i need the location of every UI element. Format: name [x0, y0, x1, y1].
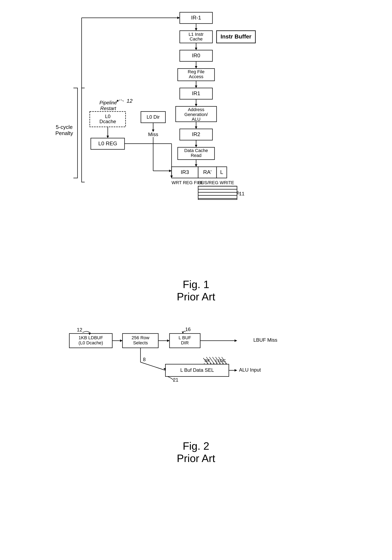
svg-text:256 Row: 256 Row: [131, 335, 149, 340]
svg-text:16: 16: [185, 327, 191, 332]
svg-text:L1 Instr: L1 Instr: [188, 32, 204, 37]
svg-text:11: 11: [239, 191, 245, 196]
figure-1-container: IR-1 L1 Instr Cache Instr Buffer IR0 Reg…: [53, 8, 339, 309]
svg-line-120: [209, 357, 215, 364]
svg-text:Dcache: Dcache: [99, 119, 116, 124]
svg-text:Access: Access: [189, 74, 203, 79]
svg-text:IR2: IR2: [192, 131, 200, 137]
figure-1-diagram: IR-1 L1 Instr Cache Instr Buffer IR0 Reg…: [53, 8, 339, 274]
fig1-title: Fig. 1: [53, 278, 339, 290]
svg-marker-29: [195, 126, 197, 129]
svg-text:L0 REG: L0 REG: [98, 140, 117, 147]
svg-text:1KB LDBUF: 1KB LDBUF: [78, 335, 103, 340]
svg-text:ALU: ALU: [192, 117, 200, 122]
figure-2-container: 1KB LDBUF (L0 Dcache) 12 256 Row Selects…: [53, 321, 339, 464]
svg-text:LBUF Miss: LBUF Miss: [253, 337, 277, 343]
svg-text:L Buf Data SEL: L Buf Data SEL: [180, 367, 214, 373]
svg-text:Restart: Restart: [100, 106, 116, 111]
svg-marker-80: [177, 17, 180, 19]
svg-marker-87: [120, 340, 122, 342]
svg-text:Read: Read: [191, 153, 201, 158]
svg-text:BUS/REG WRITE: BUS/REG WRITE: [198, 180, 234, 185]
svg-text:ALU Input: ALU Input: [239, 367, 261, 373]
svg-text:21: 21: [173, 377, 178, 383]
svg-text:Reg File: Reg File: [188, 69, 205, 74]
svg-marker-14: [195, 66, 197, 69]
svg-marker-33: [195, 145, 197, 147]
svg-marker-10: [195, 48, 197, 50]
svg-text:Cache: Cache: [190, 36, 203, 41]
svg-text:8: 8: [143, 357, 146, 362]
svg-marker-3: [195, 28, 197, 31]
svg-text:Generation/: Generation/: [184, 112, 208, 117]
svg-marker-72: [169, 170, 172, 172]
svg-marker-23: [195, 104, 197, 106]
svg-text:IR0: IR0: [192, 52, 200, 59]
svg-text:Miss: Miss: [148, 131, 158, 137]
page: IR-1 L1 Instr Cache Instr Buffer IR0 Reg…: [0, 0, 392, 560]
svg-marker-62: [107, 136, 109, 138]
svg-marker-19: [195, 86, 197, 88]
svg-text:RA': RA': [203, 169, 211, 175]
svg-text:5-cycle: 5-cycle: [56, 124, 72, 130]
svg-text:IR1: IR1: [192, 90, 200, 96]
svg-text:IR3: IR3: [181, 169, 189, 175]
svg-text:L: L: [220, 169, 223, 175]
svg-text:Pipeline: Pipeline: [99, 100, 117, 105]
svg-rect-52: [198, 186, 237, 200]
svg-text:L BUF: L BUF: [178, 335, 191, 340]
svg-marker-92: [167, 340, 169, 342]
svg-text:Instr Buffer: Instr Buffer: [220, 33, 251, 40]
svg-line-105: [140, 362, 166, 370]
svg-text:DIR: DIR: [181, 340, 189, 345]
svg-text:(L0 Dcache): (L0 Dcache): [78, 340, 103, 345]
svg-text:Data Cache: Data Cache: [184, 148, 208, 153]
fig2-title: Fig. 2: [53, 440, 339, 452]
fig2-subtitle: Prior Art: [53, 452, 339, 464]
svg-marker-126: [235, 369, 237, 371]
svg-marker-38: [195, 164, 197, 167]
svg-text:Address: Address: [188, 107, 204, 112]
svg-text:Penalty: Penalty: [55, 130, 73, 136]
svg-text:12: 12: [77, 327, 82, 332]
svg-text:IR-1: IR-1: [191, 15, 201, 21]
figure-2-diagram: 1KB LDBUF (L0 Dcache) 12 256 Row Selects…: [53, 321, 339, 436]
fig1-subtitle: Prior Art: [53, 290, 339, 303]
svg-text:L0 Dir: L0 Dir: [147, 114, 159, 120]
svg-text:12: 12: [127, 98, 133, 104]
svg-marker-99: [235, 340, 237, 342]
svg-text:L0: L0: [105, 114, 110, 119]
svg-text:Selects: Selects: [133, 340, 148, 345]
